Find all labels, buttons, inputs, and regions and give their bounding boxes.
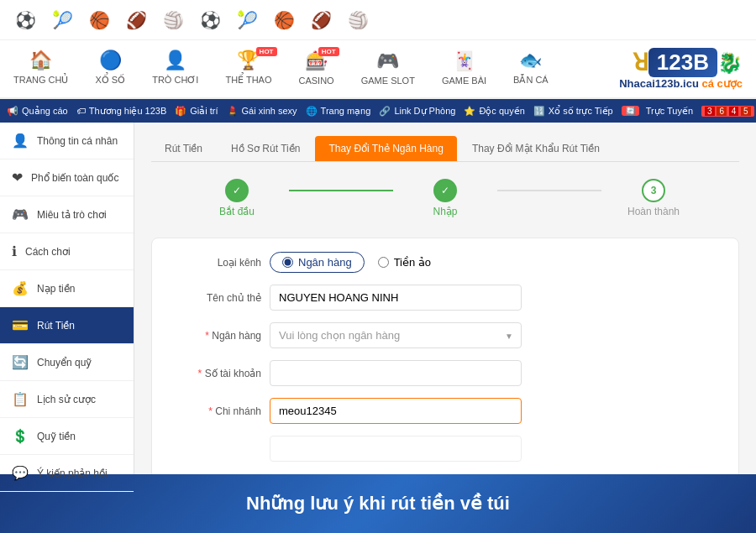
gaixinh-icon: 💄 (227, 106, 239, 117)
ngan-hang-select-wrapper: Vui lòng chọn ngân hàng ▼ (270, 322, 522, 348)
step-bat-dau: ✓ Bắt đầu (185, 179, 289, 217)
quangcao-icon: 📢 (7, 106, 18, 117)
step-circle-nhap: ✓ (433, 179, 457, 202)
sport-icon-basketball2: 🏀 (269, 5, 299, 35)
main-header: 🏠 TRANG CHỦ 🔵 XỔ SỐ 👤 TRÒ CHƠI HOT 🏆 THỂ… (0, 40, 756, 99)
radio-tien-ao-label: Tiền ảo (394, 256, 431, 269)
num3: 4 (729, 107, 739, 116)
tab-rut-tien[interactable]: Rút Tiền (151, 136, 216, 161)
nav-item-casino[interactable]: HOT 🎰 CASINO (286, 40, 348, 97)
sport-icon-tennis: 🎾 (47, 5, 77, 35)
docquyen-text: Độc quyền (479, 106, 524, 117)
gameslot-icon: 🎮 (376, 50, 399, 72)
sport-icon-volleyball: 🏐 (158, 5, 188, 35)
sidebar-item-rut-tien[interactable]: 💳 Rút Tiền (0, 307, 134, 344)
step-line-2 (497, 190, 601, 191)
sport-icon-soccer: ⚽ (10, 5, 40, 35)
trangmang-icon: 🌐 (306, 106, 318, 117)
sidebar-item-mieu-ta[interactable]: 🎮 Miêu tả trò chơi (0, 196, 134, 233)
trangmang-text: Trang mạng (321, 106, 371, 117)
nav-label-tro-choi: TRÒ CHƠI (152, 75, 198, 86)
sidebar-item-thong-tin[interactable]: 👤 Thông tin cá nhân (0, 123, 134, 159)
xoso-ticker-icon: 🔢 (533, 106, 545, 117)
radio-ngan-hang-input[interactable] (282, 257, 293, 268)
ngan-hang-label: Ngân hàng (169, 330, 261, 342)
nav-item-trang-chu[interactable]: 🏠 TRANG CHỦ (0, 40, 81, 97)
sidebar-label-cach-choi: Cách chơi (25, 246, 71, 258)
gamebai-icon: 🃏 (453, 50, 475, 72)
nav-item-game-bai[interactable]: 🃏 GAME BÀI (428, 40, 500, 97)
partial-input[interactable] (270, 436, 522, 462)
tab-bar: Rút Tiền Hồ Sơ Rút Tiền Thay Đổi Thẻ Ngâ… (151, 136, 739, 162)
chuyenquy-icon: 🔄 (12, 354, 29, 370)
step-circle-hoan-thanh: 3 (642, 179, 665, 202)
sidebar-item-quy-tien[interactable]: 💲 Quỹ tiền (0, 418, 134, 455)
chi-nhanh-input[interactable] (270, 398, 522, 424)
linkduphong-text: Link Dự Phòng (394, 106, 455, 117)
step-label-nhap: Nhập (433, 206, 457, 217)
mieuta-icon: 🎮 (12, 206, 29, 222)
ticker-xoso: 🔢 Xổ số trực Tiếp (533, 106, 613, 117)
nav-item-the-thao[interactable]: HOT 🏆 THỂ THAO (212, 40, 285, 97)
sidebar-item-chuyen-quy[interactable]: 🔄 Chuyển quỹ (0, 344, 134, 381)
gaixinh-text: Gái xinh sexy (242, 106, 297, 116)
sidebar-item-nap-tien[interactable]: 💰 Nạp tiền (0, 270, 134, 307)
tab-ho-so[interactable]: Hồ Sơ Rút Tiền (218, 136, 313, 161)
form-row-chi-nhanh: Chi nhánh (169, 398, 722, 424)
radio-tien-ao-input[interactable] (378, 257, 389, 268)
nav-item-xo-so[interactable]: 🔵 XỔ SỐ (81, 40, 139, 97)
casino-badge: HOT (318, 47, 339, 56)
step-label-bat-dau: Bắt đầu (219, 206, 255, 217)
ngan-hang-select[interactable]: Vui lòng chọn ngân hàng (270, 322, 522, 348)
naptien-icon: 💰 (12, 280, 29, 296)
radio-tien-ao[interactable]: Tiền ảo (378, 256, 431, 269)
giaitri-text: Giải trí (190, 106, 218, 117)
thongtin-icon: 👤 (12, 133, 29, 149)
sidebar-item-pho-bien[interactable]: ❤ Phổ biến toàn quốc (0, 159, 134, 196)
sports-bar: ⚽ 🎾 🏀 🏈 🏐 ⚽ 🎾 🏀 🏈 🏐 (0, 0, 756, 40)
ten-chu-the-input[interactable] (270, 285, 522, 311)
sidebar-label-quy-tien: Quỹ tiền (37, 431, 76, 442)
sidebar-item-lich-su[interactable]: 📋 Lịch sử cược (0, 381, 134, 418)
ticker-bar: 📢 Quảng cáo 🏷 Thương hiệu 123B 🎁 Giải tr… (0, 99, 756, 123)
nav-label-game-bai: GAME BÀI (442, 76, 486, 86)
sport-icon-volleyball2: 🏐 (343, 5, 373, 35)
nav-label-casino: CASINO (299, 76, 334, 86)
tab-thay-doi-the[interactable]: Thay Đổi Thẻ Ngân Hàng (315, 136, 457, 161)
loai-kenh-radio-group: Ngân hàng Tiền ảo (270, 252, 431, 273)
logo-tagline-orange: cá cược (701, 77, 743, 90)
sidebar-item-y-kien[interactable]: 💬 Ý kiến phản hồi (0, 455, 134, 492)
step-hoan-thanh: 3 Hoàn thành (601, 179, 706, 217)
ticker-giaitri: 🎁 Giải trí (175, 106, 218, 117)
the-thao-badge: HOT (256, 47, 277, 56)
radio-ngan-hang[interactable]: Ngân hàng (270, 252, 365, 273)
sidebar-label-nap-tien: Nạp tiền (37, 283, 75, 295)
sport-icon-tennis2: 🎾 (232, 5, 262, 35)
thuonghieu-text: Thương hiệu 123B (89, 106, 167, 117)
ticker-docquyen: ⭐ Độc quyền (464, 106, 524, 117)
sidebar-item-cach-choi[interactable]: ℹ Cách chơi (0, 233, 134, 270)
step-label-hoan-thanh: Hoàn thành (627, 206, 680, 217)
quangcao-text: Quảng cáo (22, 106, 68, 117)
nav-item-ban-ca[interactable]: 🐟 BẮN CÁ (500, 40, 562, 97)
quytien-icon: 💲 (12, 428, 29, 444)
sidebar-label-pho-bien: Phổ biến toàn quốc (31, 172, 118, 184)
sidebar-label-chuyen-quy: Chuyển quỹ (37, 357, 92, 368)
so-tai-khoan-label: Số tài khoản (169, 368, 261, 379)
tab-thay-doi-mk[interactable]: Thay Đổi Mật Khẩu Rút Tiền (459, 136, 613, 161)
live-icon: 🔄 (622, 106, 639, 116)
nav-item-game-slot[interactable]: 🎮 GAME SLOT (348, 40, 428, 97)
nav-item-tro-choi[interactable]: 👤 TRÒ CHƠI (139, 40, 212, 97)
step-line-1 (289, 190, 393, 191)
chi-nhanh-label: Chi nhánh (169, 405, 261, 417)
step-nhap: ✓ Nhập (393, 179, 497, 217)
so-tai-khoan-input[interactable] (270, 360, 522, 386)
cachchoi-icon: ℹ (12, 243, 17, 259)
num2: 6 (717, 107, 727, 116)
content-area: Rút Tiền Hồ Sơ Rút Tiền Thay Đổi Thẻ Ngâ… (134, 123, 756, 474)
ticker-linkduphong: 🔗 Link Dự Phòng (379, 106, 455, 117)
ticker-gaixinh: 💄 Gái xinh sexy (227, 106, 297, 117)
bank-card-form: Loại kênh Ngân hàng Tiền ảo Tên chủ thẻ (151, 238, 739, 474)
home-icon: 🏠 (29, 50, 52, 71)
live-label: Trực Tuyến (646, 106, 693, 117)
